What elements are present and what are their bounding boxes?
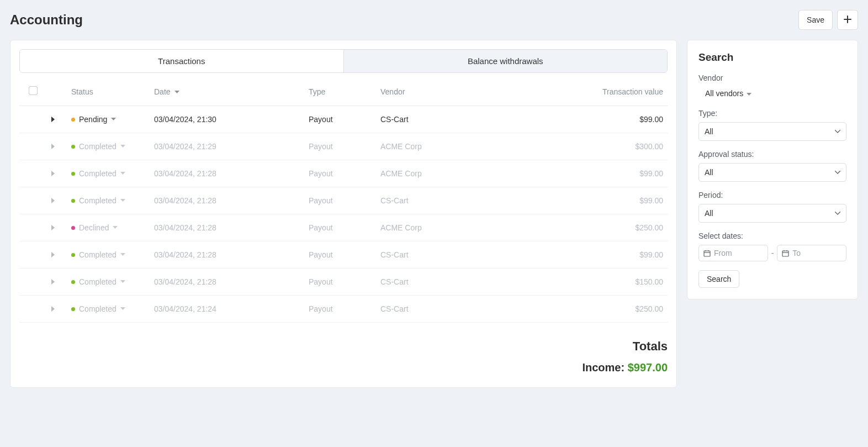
- tab-balance-withdrawals[interactable]: Balance withdrawals: [344, 50, 668, 72]
- transaction-vendor: CS-Cart: [376, 269, 568, 296]
- transaction-vendor: CS-Cart: [376, 106, 568, 133]
- table-row: Declined03/04/2024, 21:28PayoutACME Corp…: [19, 214, 668, 241]
- expand-row-icon[interactable]: [51, 169, 55, 178]
- status-dropdown-icon[interactable]: [120, 199, 125, 202]
- column-status[interactable]: Status: [67, 77, 150, 106]
- transaction-vendor: CS-Cart: [376, 296, 568, 323]
- status-label: Pending: [79, 115, 107, 124]
- search-title: Search: [698, 51, 846, 64]
- table-row: Completed03/04/2024, 21:28PayoutCS-Cart$…: [19, 187, 668, 214]
- status-label: Completed: [79, 304, 117, 313]
- transaction-type: Payout: [304, 241, 376, 269]
- table-row: Pending03/04/2024, 21:30PayoutCS-Cart$99…: [19, 106, 668, 133]
- status-dropdown-icon[interactable]: [111, 118, 116, 121]
- expand-row-icon[interactable]: [51, 196, 55, 205]
- svg-rect-1: [782, 251, 788, 256]
- transaction-date: 03/04/2024, 21:28: [150, 214, 304, 241]
- date-to-input[interactable]: [792, 249, 841, 257]
- date-from-input[interactable]: [714, 249, 763, 257]
- save-button[interactable]: Save: [798, 10, 833, 30]
- expand-row-icon[interactable]: [51, 250, 55, 259]
- table-row: Completed03/04/2024, 21:28PayoutCS-Cart$…: [19, 241, 668, 269]
- status-label: Completed: [79, 277, 117, 286]
- status-dropdown-icon[interactable]: [120, 307, 125, 311]
- select-all-checkbox[interactable]: [29, 86, 38, 95]
- transaction-type: Payout: [304, 187, 376, 214]
- transaction-value: $99.00: [568, 241, 668, 269]
- column-value[interactable]: Transaction value: [568, 77, 668, 106]
- dates-filter-label: Select dates:: [698, 232, 846, 240]
- main-panel: Transactions Balance withdrawals Status …: [10, 40, 677, 388]
- chevron-down-icon: [747, 89, 751, 98]
- expand-row-icon[interactable]: [51, 223, 55, 232]
- status-label: Completed: [79, 250, 117, 259]
- expand-row-icon[interactable]: [51, 304, 55, 313]
- transaction-vendor: ACME Corp: [376, 214, 568, 241]
- column-date-label: Date: [154, 87, 171, 96]
- status-dot-icon: [71, 307, 75, 311]
- transaction-type: Payout: [304, 214, 376, 241]
- status-dropdown-icon[interactable]: [120, 172, 125, 175]
- approval-filter-select[interactable]: All: [698, 163, 846, 182]
- status-dot-icon: [71, 280, 75, 284]
- status-label: Completed: [79, 169, 117, 178]
- income-line: Income: $997.00: [19, 361, 668, 374]
- totals-heading: Totals: [19, 339, 668, 354]
- table-row: Completed03/04/2024, 21:28PayoutACME Cor…: [19, 160, 668, 187]
- column-vendor[interactable]: Vendor: [376, 77, 568, 106]
- transaction-date: 03/04/2024, 21:28: [150, 160, 304, 187]
- status-dropdown-icon[interactable]: [120, 145, 125, 148]
- sort-desc-icon: [174, 91, 179, 94]
- vendor-filter-label: Vendor: [698, 73, 846, 82]
- status-dot-icon: [71, 145, 75, 149]
- transaction-vendor: ACME Corp: [376, 160, 568, 187]
- transaction-value: $99.00: [568, 106, 668, 133]
- search-button[interactable]: Search: [698, 270, 739, 288]
- transaction-type: Payout: [304, 296, 376, 323]
- svg-rect-0: [704, 251, 710, 256]
- status-dot-icon: [71, 253, 75, 257]
- transaction-type: Payout: [304, 106, 376, 133]
- add-button[interactable]: [837, 10, 858, 30]
- status-dropdown-icon[interactable]: [113, 226, 118, 229]
- tab-transactions[interactable]: Transactions: [20, 50, 344, 72]
- calendar-icon: [703, 250, 711, 257]
- transaction-value: $99.00: [568, 160, 668, 187]
- expand-row-icon[interactable]: [51, 115, 55, 124]
- type-filter-select[interactable]: All: [698, 122, 846, 141]
- table-row: Completed03/04/2024, 21:29PayoutACME Cor…: [19, 133, 668, 160]
- column-type[interactable]: Type: [304, 77, 376, 106]
- status-label: Declined: [79, 223, 109, 232]
- transaction-value: $99.00: [568, 187, 668, 214]
- status-dot-icon: [71, 199, 75, 203]
- period-filter-select[interactable]: All: [698, 204, 846, 223]
- expand-row-icon[interactable]: [51, 142, 55, 151]
- date-range-separator: -: [771, 249, 774, 257]
- transaction-type: Payout: [304, 160, 376, 187]
- transactions-table: Status Date Type Vendor Transaction valu…: [19, 77, 668, 323]
- date-to-wrap[interactable]: [777, 245, 846, 261]
- status-dropdown-icon[interactable]: [120, 253, 125, 256]
- table-row: Completed03/04/2024, 21:24PayoutCS-Cart$…: [19, 296, 668, 323]
- column-date[interactable]: Date: [150, 77, 304, 106]
- vendor-filter-value: All vendors: [705, 89, 743, 98]
- vendor-filter-select[interactable]: All vendors: [698, 87, 751, 100]
- status-dot-icon: [71, 172, 75, 176]
- income-label: Income:: [582, 361, 627, 374]
- date-from-wrap[interactable]: [698, 245, 768, 261]
- transaction-value: $250.00: [568, 214, 668, 241]
- income-value: $997.00: [628, 361, 668, 374]
- approval-filter-label: Approval status:: [698, 150, 846, 159]
- search-panel: Search Vendor All vendors Type: All Appr…: [687, 40, 858, 299]
- status-dot-icon: [71, 226, 75, 230]
- table-row: Completed03/04/2024, 21:28PayoutCS-Cart$…: [19, 269, 668, 296]
- transaction-type: Payout: [304, 133, 376, 160]
- transaction-date: 03/04/2024, 21:28: [150, 269, 304, 296]
- transaction-vendor: CS-Cart: [376, 241, 568, 269]
- plus-icon: [843, 15, 852, 25]
- status-label: Completed: [79, 196, 117, 205]
- transaction-type: Payout: [304, 269, 376, 296]
- period-filter-label: Period:: [698, 191, 846, 199]
- status-dropdown-icon[interactable]: [120, 280, 125, 283]
- expand-row-icon[interactable]: [51, 277, 55, 286]
